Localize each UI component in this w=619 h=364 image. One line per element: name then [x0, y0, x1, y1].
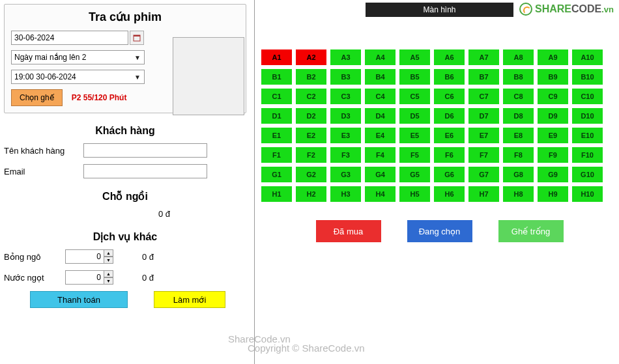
popcorn-qty-input[interactable] [65, 249, 104, 264]
seat-c2[interactable]: C2 [296, 89, 326, 104]
soda-down-button[interactable]: ▼ [104, 277, 113, 285]
seat-e2[interactable]: E2 [296, 128, 326, 143]
seat-c7[interactable]: C7 [468, 89, 499, 104]
seat-d4[interactable]: D4 [365, 108, 396, 124]
seat-f3[interactable]: F3 [330, 147, 361, 163]
seat-e8[interactable]: E8 [503, 128, 534, 143]
seat-d10[interactable]: D10 [572, 108, 603, 124]
seat-e7[interactable]: E7 [468, 128, 499, 143]
seat-e5[interactable]: E5 [399, 128, 430, 143]
seat-a3[interactable]: A3 [330, 49, 361, 65]
seat-f2[interactable]: F2 [296, 147, 326, 163]
seat-g3[interactable]: G3 [330, 167, 361, 182]
seat-g10[interactable]: G10 [572, 167, 603, 182]
soda-up-button[interactable]: ▲ [104, 270, 113, 277]
seat-b4[interactable]: B4 [365, 69, 396, 85]
seat-a4[interactable]: A4 [365, 49, 396, 65]
seat-d6[interactable]: D6 [434, 108, 465, 124]
seat-b8[interactable]: B8 [503, 69, 534, 85]
seat-grid: A1A2A3A4A5A6A7A8A9A10B1B2B3B4B5B6B7B8B9B… [261, 49, 618, 202]
seat-g5[interactable]: G5 [399, 167, 430, 182]
seat-f1[interactable]: F1 [261, 147, 292, 163]
seat-d7[interactable]: D7 [468, 108, 499, 124]
sharecode-icon [519, 3, 532, 16]
seat-h6[interactable]: H6 [434, 186, 465, 202]
seat-c8[interactable]: C8 [503, 89, 534, 104]
movie-combo[interactable]: Ngày mai nắng lên 2 ▼ [11, 50, 145, 64]
seat-f10[interactable]: F10 [572, 147, 603, 163]
seat-h7[interactable]: H7 [468, 186, 499, 202]
seat-d2[interactable]: D2 [296, 108, 326, 124]
seat-a1[interactable]: A1 [261, 49, 292, 65]
seat-h5[interactable]: H5 [399, 186, 430, 202]
seat-b9[interactable]: B9 [538, 69, 568, 85]
seat-e9[interactable]: E9 [538, 128, 568, 143]
popcorn-up-button[interactable]: ▲ [104, 249, 113, 257]
seat-b1[interactable]: B1 [261, 69, 292, 85]
seat-a6[interactable]: A6 [434, 49, 465, 65]
seat-a5[interactable]: A5 [399, 49, 430, 65]
seat-f8[interactable]: F8 [503, 147, 534, 163]
reset-button[interactable]: Làm mới [154, 291, 225, 308]
seat-d3[interactable]: D3 [330, 108, 361, 124]
pay-button[interactable]: Thanh toán [30, 291, 128, 308]
calendar-icon[interactable] [130, 31, 144, 45]
customer-name-input[interactable] [83, 143, 207, 158]
seat-a2[interactable]: A2 [296, 49, 326, 65]
seat-c3[interactable]: C3 [330, 89, 361, 104]
seat-c9[interactable]: C9 [538, 89, 568, 104]
soda-qty-input[interactable] [65, 270, 104, 285]
services-title: Dịch vụ khác [4, 231, 246, 243]
seat-a10[interactable]: A10 [572, 49, 603, 65]
seat-c4[interactable]: C4 [365, 89, 396, 104]
seat-c6[interactable]: C6 [434, 89, 465, 104]
seat-g2[interactable]: G2 [296, 167, 326, 182]
seat-a7[interactable]: A7 [468, 49, 499, 65]
showtime-combo[interactable]: 19:00 30-06-2024 ▼ [11, 70, 145, 84]
seat-f4[interactable]: F4 [365, 147, 396, 163]
seat-h3[interactable]: H3 [330, 186, 361, 202]
seat-g4[interactable]: G4 [365, 167, 396, 182]
seat-f9[interactable]: F9 [538, 147, 568, 163]
seat-b6[interactable]: B6 [434, 69, 465, 85]
seat-e1[interactable]: E1 [261, 128, 292, 143]
seat-b7[interactable]: B7 [468, 69, 499, 85]
seat-e3[interactable]: E3 [330, 128, 361, 143]
svg-rect-1 [134, 35, 140, 36]
popcorn-label: Bỏng ngô [4, 252, 56, 262]
seat-g1[interactable]: G1 [261, 167, 292, 182]
seat-g7[interactable]: G7 [468, 167, 499, 182]
seat-f7[interactable]: F7 [468, 147, 499, 163]
email-input[interactable] [83, 164, 207, 178]
seat-d1[interactable]: D1 [261, 108, 292, 124]
seat-c10[interactable]: C10 [572, 89, 603, 104]
seat-h2[interactable]: H2 [296, 186, 326, 202]
seat-a9[interactable]: A9 [538, 49, 568, 65]
seat-g9[interactable]: G9 [538, 167, 568, 182]
seat-b5[interactable]: B5 [399, 69, 430, 85]
seat-g6[interactable]: G6 [434, 167, 465, 182]
seat-b3[interactable]: B3 [330, 69, 361, 85]
seat-h10[interactable]: H10 [572, 186, 603, 202]
seat-f6[interactable]: F6 [434, 147, 465, 163]
popcorn-down-button[interactable]: ▼ [104, 257, 113, 264]
seat-c1[interactable]: C1 [261, 89, 292, 104]
seat-e4[interactable]: E4 [365, 128, 396, 143]
seat-d8[interactable]: D8 [503, 108, 534, 124]
seat-d9[interactable]: D9 [538, 108, 568, 124]
seat-b2[interactable]: B2 [296, 69, 326, 85]
choose-seat-button[interactable]: Chọn ghế [11, 89, 63, 106]
seat-d5[interactable]: D5 [399, 108, 430, 124]
seat-h1[interactable]: H1 [261, 186, 292, 202]
seat-e6[interactable]: E6 [434, 128, 465, 143]
seat-e10[interactable]: E10 [572, 128, 603, 143]
seat-b10[interactable]: B10 [572, 69, 603, 85]
seat-h4[interactable]: H4 [365, 186, 396, 202]
date-input[interactable] [11, 31, 128, 45]
seat-h9[interactable]: H9 [538, 186, 568, 202]
seat-f5[interactable]: F5 [399, 147, 430, 163]
seat-h8[interactable]: H8 [503, 186, 534, 202]
seat-a8[interactable]: A8 [503, 49, 534, 65]
seat-c5[interactable]: C5 [399, 89, 430, 104]
seat-g8[interactable]: G8 [503, 167, 534, 182]
